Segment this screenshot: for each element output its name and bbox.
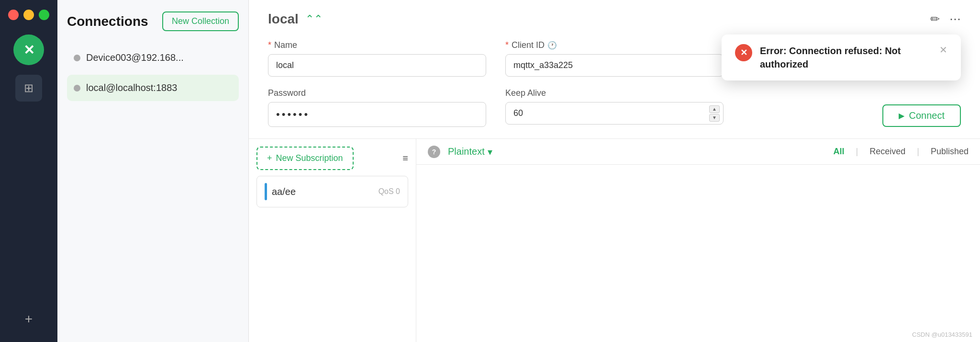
connections-title: Connections <box>67 14 148 29</box>
connection-label: local@localhost:1883 <box>86 82 177 93</box>
new-subscription-plus-icon: + <box>267 153 272 163</box>
subscription-item-left: aa/ee <box>265 183 296 200</box>
tab-all[interactable]: All <box>834 145 845 159</box>
error-toast: ✕ Error: Connection refused: Not authori… <box>722 34 961 80</box>
name-input[interactable] <box>268 54 486 77</box>
client-id-required-star: * <box>505 40 509 50</box>
main-content: local ⌃⌃ ✏ ⋯ * Name * Client ID <box>249 0 980 342</box>
help-icon[interactable]: ? <box>428 146 440 158</box>
new-collection-button[interactable]: New Collection <box>162 11 239 31</box>
client-id-field-group: * Client ID 🕐 <box>505 40 724 77</box>
connection-name-display: local <box>268 11 299 27</box>
keep-alive-label: Keep Alive <box>505 88 724 98</box>
tab-published[interactable]: Published <box>931 145 969 159</box>
connection-status-dot <box>74 85 80 91</box>
subscription-panel: + New Subscription ≡ aa/ee QoS 0 <box>249 139 416 342</box>
sidebar: ✕ ⊞ + <box>0 0 57 342</box>
name-required-star: * <box>268 40 271 50</box>
error-icon: ✕ <box>735 44 752 61</box>
connection-item-local[interactable]: local@localhost:1883 <box>67 75 239 101</box>
grid-icon: ⊞ <box>24 81 33 95</box>
watermark: CSDN @u013433591 <box>912 331 972 338</box>
connections-nav-icon[interactable]: ⊞ <box>15 75 42 102</box>
app-logo: ✕ <box>13 34 44 65</box>
tab-received[interactable]: Received <box>869 145 905 159</box>
connect-button[interactable]: ▶ Connect <box>882 104 961 127</box>
error-close-button[interactable]: ✕ <box>939 44 947 56</box>
dropdown-icon: ▾ <box>488 146 492 158</box>
maximize-button[interactable] <box>39 10 49 20</box>
add-nav-button[interactable]: + <box>15 306 42 332</box>
connect-btn-group: ▶ Connect <box>743 88 961 127</box>
top-header: local ⌃⌃ ✏ ⋯ <box>268 11 961 27</box>
plaintext-label: Plaintext <box>448 146 485 157</box>
bottom-section: + New Subscription ≡ aa/ee QoS 0 ? Plain… <box>249 139 980 342</box>
clock-icon: 🕐 <box>547 41 557 50</box>
new-subscription-label: New Subscription <box>276 153 343 163</box>
client-id-input[interactable] <box>505 54 724 77</box>
keep-alive-spinner: ▲ ▼ <box>709 105 720 122</box>
plaintext-button[interactable]: Plaintext ▾ <box>448 146 492 158</box>
more-icon[interactable]: ⋯ <box>949 12 961 26</box>
subscription-qos: QoS 0 <box>379 187 400 196</box>
subscription-header-row: + New Subscription ≡ <box>256 147 408 170</box>
password-field-group: Password <box>268 88 486 127</box>
filter-icon[interactable]: ≡ <box>402 153 408 164</box>
connection-item-device003[interactable]: Device003@192.168... <box>67 45 239 71</box>
name-label: * Name <box>268 40 486 50</box>
subscription-item-aa-ee[interactable]: aa/ee QoS 0 <box>256 176 408 207</box>
close-button[interactable] <box>8 10 19 20</box>
client-id-label: * Client ID 🕐 <box>505 40 724 50</box>
connections-panel: Connections New Collection Device003@192… <box>57 0 249 342</box>
top-actions: ✏ ⋯ <box>930 12 961 26</box>
password-label: Password <box>268 88 486 98</box>
connect-row: ▶ Connect <box>743 104 961 127</box>
edit-icon[interactable]: ✏ <box>930 12 940 26</box>
minimize-button[interactable] <box>23 10 34 20</box>
connection-label: Device003@192.168... <box>86 52 184 63</box>
connection-name-row: local ⌃⌃ <box>268 11 323 27</box>
collapse-icon[interactable]: ⌃⌃ <box>305 13 323 25</box>
traffic-lights <box>8 10 49 20</box>
messages-toolbar: ? Plaintext ▾ All | Received | Published <box>416 139 980 165</box>
messages-panel: ? Plaintext ▾ All | Received | Published <box>416 139 980 342</box>
subscription-color-bar <box>265 183 267 200</box>
keep-alive-up-btn[interactable]: ▲ <box>709 105 720 113</box>
keep-alive-field-group: Keep Alive ▲ ▼ <box>505 88 724 127</box>
keep-alive-input-group: ▲ ▼ <box>505 102 724 125</box>
password-input[interactable] <box>268 102 486 127</box>
new-subscription-button[interactable]: + New Subscription <box>256 147 354 170</box>
connect-play-icon: ▶ <box>899 111 904 120</box>
messages-tabs: All | Received | Published <box>834 145 969 159</box>
connections-header: Connections New Collection <box>67 11 239 31</box>
subscription-topic: aa/ee <box>272 186 296 197</box>
keep-alive-down-btn[interactable]: ▼ <box>709 114 720 122</box>
keep-alive-input[interactable] <box>505 102 724 125</box>
plus-icon: + <box>25 311 33 327</box>
connection-status-dot <box>74 55 80 61</box>
name-field-group: * Name <box>268 40 486 77</box>
error-message: Error: Connection refused: Not authorize… <box>760 44 928 71</box>
connect-label: Connect <box>909 110 945 121</box>
